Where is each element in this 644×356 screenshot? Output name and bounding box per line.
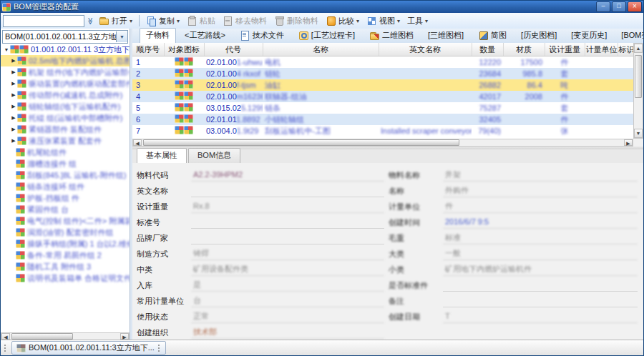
tree-item[interactable]: 链条连接环 组件 <box>1 181 130 192</box>
tab-bom-info[interactable]: BOM信息 <box>188 148 240 163</box>
table-row[interactable]: 102.01.001-uhwu电机1222017500件 <box>132 56 633 69</box>
field-value-right-7[interactable] <box>443 279 638 292</box>
doc-tab-process-route[interactable]: <工艺路线> <box>179 29 231 43</box>
scroll-right-icon[interactable]: ▶ <box>624 139 633 146</box>
field-value-left-6[interactable]: 矿用设备配件类 <box>191 263 384 276</box>
field-value-left-7[interactable]: 是 <box>191 279 384 292</box>
column-header[interactable]: 标识 <box>618 43 633 56</box>
minimize-button[interactable]: – <box>596 1 610 12</box>
expand-icon[interactable]: ▶ <box>10 92 17 98</box>
table-row[interactable]: 402.01.00m16236联轴器-组油420172008件 <box>132 91 633 102</box>
doc-tab-bom-change-history[interactable]: [BOM变更历史] <box>615 29 644 43</box>
table-row[interactable]: 202.01.004 rkxof链轮23684985.8套 <box>132 68 633 79</box>
toolbar-open-button[interactable]: 打开▾ <box>95 14 136 28</box>
scroll-right-icon[interactable]: ▶ <box>120 333 129 340</box>
tree-item[interactable]: ▶驱动装置(内燃机驱动配套部件) <box>1 78 130 89</box>
column-header[interactable]: 英文名称 <box>379 43 472 56</box>
expand-icon[interactable]: ▶ <box>10 81 17 86</box>
tree-item[interactable]: 刮板(845.]8L 运输机-附件组) <box>1 169 130 181</box>
maximize-button[interactable]: □ <box>612 1 626 12</box>
tree-item[interactable]: 润滑(油管) 配套密封件组 <box>1 227 130 238</box>
expand-icon[interactable]: ▶ <box>10 58 17 64</box>
doc-tab-change-history[interactable]: [变更历史] <box>565 29 613 43</box>
field-value-right-0[interactable]: 井架 <box>443 169 638 182</box>
tree-item[interactable]: ▶托辊 组(运输机中部槽附件) <box>1 112 130 124</box>
doc-tab-technical-file[interactable]: 技术文件 <box>234 29 290 43</box>
overflow-chevron-icon[interactable]: ≫ <box>87 16 94 26</box>
table-row[interactable]: 302.01.00f-tjsm油缸2688286.4吨 <box>132 79 633 91</box>
expand-icon[interactable]: ▶ <box>10 127 17 132</box>
statusbar-bom-item[interactable]: BOM(01.001.02.001.11:3立方地下... <box>11 341 166 355</box>
scroll-left-icon[interactable]: ◀ <box>133 139 142 146</box>
toolbar-combo-input[interactable] <box>3 15 84 27</box>
field-value-left-9[interactable]: 正常 <box>191 310 384 323</box>
tree-item[interactable]: ▶机架 组件(地下内燃炉运输部件) <box>1 66 130 78</box>
expand-icon[interactable]: ▶ <box>10 69 17 75</box>
doc-tab-drawing-2d[interactable]: 二维图档 <box>364 29 419 43</box>
expand-collapse-icon[interactable]: ▼ <box>3 47 10 52</box>
doc-tab-process-card[interactable]: [工艺过程卡] <box>293 29 361 43</box>
field-value-left-8[interactable]: 台 <box>191 295 384 307</box>
tree-item[interactable]: 电气(控制 组件)<二件> 附属装置 <box>1 215 130 227</box>
tree-item[interactable]: ▶链轮轴组(地下运输机配件) <box>1 101 130 112</box>
scrollbar-thumb[interactable] <box>635 55 642 98</box>
column-header[interactable]: 数量 <box>472 43 503 56</box>
close-button[interactable]: × <box>628 1 642 12</box>
tree-item[interactable]: 随机工具 附件组 3 <box>1 261 130 272</box>
field-value-left-3[interactable] <box>191 216 384 229</box>
column-header[interactable]: 顺序号 <box>132 43 164 56</box>
tree-root-node[interactable]: ▼01.001.02.001.11 3立方地下内燃炉运 <box>1 44 130 55</box>
tree-item[interactable]: 备件-常用 易损件组 2 <box>1 249 130 261</box>
tree-item[interactable]: 溜槽连接件 组 <box>1 158 130 169</box>
field-value-right-1[interactable]: 外购件 <box>443 184 638 197</box>
table-row[interactable]: 703.004.01.9t29刮板运输机中-工图Installed scrape… <box>132 125 633 137</box>
field-value-left-5[interactable]: 铸焊 <box>191 247 384 260</box>
column-header[interactable]: 计量单位 <box>585 43 618 56</box>
tree-item[interactable]: 说明书及装箱单 合格证明文件 5 份 <box>1 272 130 284</box>
tree-item[interactable]: 护板-挡板组 件 <box>1 192 130 204</box>
tree-item[interactable]: ▶紧链器部件 装配组件 <box>1 124 130 135</box>
doc-tab-sketch[interactable]: 简图 <box>472 29 512 43</box>
field-value-left-10[interactable]: 技术部 <box>191 326 384 339</box>
field-value-left-0[interactable]: A2.2-39HPM2 <box>191 169 384 182</box>
field-value-right-2[interactable]: 件 <box>443 200 638 213</box>
tree-item[interactable]: 操纵手柄组(附属) 1 台以2.维修 <box>1 238 130 249</box>
field-value-right-8[interactable] <box>443 295 638 307</box>
doc-tab-history-drawings[interactable]: [历史图档] <box>515 29 562 43</box>
field-value-left-2[interactable]: Rx.8 <box>191 200 384 213</box>
table-row[interactable]: 602.01.011.8892小链轮轴组32405件 <box>132 114 633 125</box>
field-value-left-1[interactable] <box>191 184 384 197</box>
doc-tab-sub-material[interactable]: 子物料 <box>140 28 176 44</box>
scrollbar-thumb[interactable] <box>143 139 459 146</box>
tab-basic-properties[interactable]: 基本属性 <box>137 148 187 164</box>
field-value-right-4[interactable]: 标准 <box>443 232 638 244</box>
table-horizontal-scrollbar[interactable]: ◀ ▶ <box>132 139 633 147</box>
toolbar-copy-button[interactable]: 复制▾ <box>142 14 183 28</box>
expand-icon[interactable]: ▶ <box>10 104 17 109</box>
column-header[interactable]: 代号 <box>204 43 263 56</box>
tree-item[interactable]: 机尾轮组件 <box>1 147 130 158</box>
scroll-up-icon[interactable]: ▲ <box>634 44 643 53</box>
doc-tab-drawing-3d[interactable]: [三维图档] <box>422 29 469 43</box>
field-value-right-3[interactable]: 2016/6/7 9:5 <box>443 216 638 229</box>
toolbar-compare-button[interactable]: 比较▾ <box>322 14 363 28</box>
column-header[interactable]: 材质 <box>503 43 545 56</box>
tree-item[interactable]: ▶液压张紧装置 配套件 <box>1 135 130 147</box>
column-header[interactable]: 对象图标 <box>164 43 204 56</box>
bom-selector-combo[interactable]: BOM(01.001.02.001.11.3立方地下内 ▼ <box>2 30 128 44</box>
scrollbar-thumb[interactable] <box>11 333 73 340</box>
column-header[interactable]: 名称 <box>263 43 379 56</box>
tree-item[interactable]: ▶02.5m地下内燃炉运输机 总图 <box>1 55 130 66</box>
scroll-left-icon[interactable]: ◀ <box>1 333 10 340</box>
table-vertical-scrollbar[interactable]: ▲ ▼ <box>633 43 643 139</box>
scroll-down-icon[interactable]: ▼ <box>634 129 643 138</box>
title-bar[interactable]: BOM管理器的配置 – □ × <box>1 1 643 13</box>
chevron-down-icon[interactable]: ▼ <box>116 31 127 42</box>
tree-item[interactable]: ▶传动部件(减速机 总成附件) <box>1 89 130 101</box>
toolbar-tools-button[interactable]: 工具▾ <box>404 14 431 28</box>
field-value-right-9[interactable]: T <box>443 310 638 323</box>
expand-icon[interactable]: ▶ <box>10 115 17 121</box>
toolbar-view-button[interactable]: 视图▾ <box>363 14 404 28</box>
expand-icon[interactable]: ▶ <box>10 138 17 144</box>
field-value-left-4[interactable] <box>191 232 384 244</box>
